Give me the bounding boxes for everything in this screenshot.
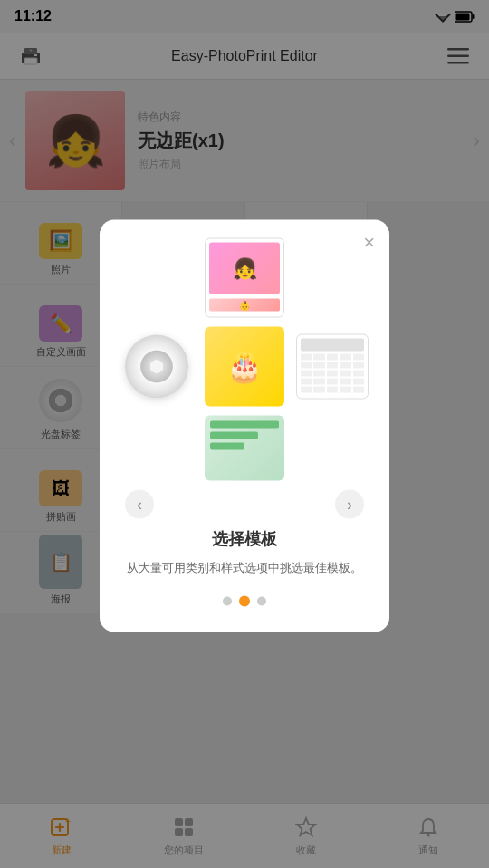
green-line-2 xyxy=(210,432,258,439)
modal-description: 从大量可用类别和样式选项中挑选最佳模板。 xyxy=(118,559,371,578)
modal-dialog: × 👧 👶 🎂 xyxy=(100,220,389,632)
template-green-card[interactable] xyxy=(205,416,284,481)
dot-2[interactable] xyxy=(239,595,250,606)
green-line-3 xyxy=(210,443,244,450)
template-cd[interactable] xyxy=(125,335,188,399)
dots-indicator xyxy=(118,595,371,606)
dot-3[interactable] xyxy=(257,596,266,605)
dot-1[interactable] xyxy=(223,596,232,605)
modal-close-button[interactable]: × xyxy=(363,233,375,253)
modal-nav: ‹ › xyxy=(118,490,371,519)
calendar-rows xyxy=(301,354,364,393)
cd-preview xyxy=(125,335,188,399)
calendar-header xyxy=(301,339,364,352)
modal-title: 选择模板 xyxy=(118,528,371,550)
template-photo-layout[interactable]: 👧 👶 xyxy=(205,238,284,318)
template-birthday[interactable]: 🎂 xyxy=(205,327,284,407)
template-grid: 👧 👶 🎂 xyxy=(118,238,371,481)
photo-layout-preview: 👧 xyxy=(209,243,280,294)
birthday-emoji: 🎂 xyxy=(226,350,263,384)
green-line-1 xyxy=(210,421,279,429)
modal-prev-button[interactable]: ‹ xyxy=(125,490,154,519)
modal-next-button[interactable]: › xyxy=(335,490,364,519)
template-calendar[interactable] xyxy=(296,334,369,400)
